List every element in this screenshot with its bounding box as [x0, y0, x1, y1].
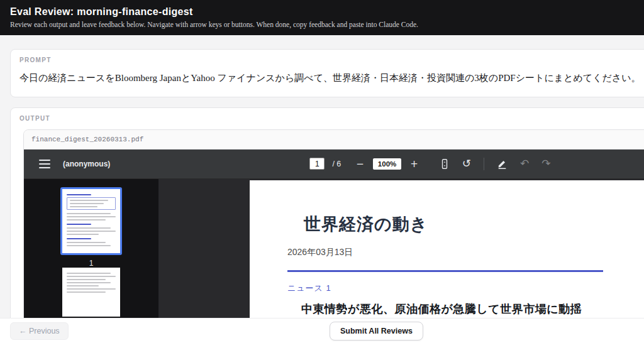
document-author: (anonymous)	[63, 160, 110, 168]
menu-icon[interactable]	[35, 157, 54, 171]
zoom-in-icon[interactable]: +	[406, 156, 422, 172]
pdf-toolbar: (anonymous) / 6 − 100% + ↺	[24, 150, 644, 178]
page-count: / 6	[332, 160, 341, 168]
undo-icon[interactable]: ↶	[516, 156, 533, 172]
prompt-card: PROMPT 今日の経済ニュースをBloomberg JapanとYahoo フ…	[10, 49, 644, 97]
submit-all-reviews-button[interactable]: Submit All Reviews	[330, 322, 423, 340]
zoom-level: 100%	[373, 158, 401, 170]
annotate-pen-icon[interactable]	[493, 156, 511, 172]
thumbnail-page-1[interactable]	[60, 187, 122, 255]
pdf-doc-title: 世界経済の動き	[304, 213, 644, 236]
pdf-viewer-body: 1	[24, 178, 644, 318]
page-subtitle: Review each output and leave feedback be…	[10, 21, 644, 28]
toolbar-divider	[484, 158, 484, 170]
app-header: Eval Review: morning-finance-digest Revi…	[0, 0, 644, 35]
prompt-label: PROMPT	[11, 50, 644, 63]
prompt-text: 今日の経済ニュースをBloomberg JapanとYahoo ファイナンスから…	[11, 63, 644, 97]
pdf-filename: finance_digest_20260313.pdf	[24, 130, 644, 150]
main-content: PROMPT 今日の経済ニュースをBloomberg JapanとYahoo フ…	[0, 35, 644, 318]
rotate-icon[interactable]: ↺	[458, 156, 475, 172]
pdf-doc-date: 2026年03月13日	[287, 247, 644, 258]
thumbnail-panel: 1	[24, 179, 158, 318]
pdf-page-area: 世界経済の動き 2026年03月13日 ニュース 1 中東情勢が悪化、原油価格が…	[158, 179, 644, 318]
output-label: OUTPUT	[11, 108, 644, 122]
thumbnail-page-2[interactable]	[62, 268, 120, 317]
pdf-section-label: ニュース 1	[287, 283, 644, 294]
page-title: Eval Review: morning-finance-digest	[10, 6, 644, 18]
redo-icon[interactable]: ↷	[538, 156, 554, 172]
thumbnail-1-label: 1	[89, 259, 94, 268]
page-number-input[interactable]	[309, 158, 325, 170]
previous-button[interactable]: ← Previous	[10, 322, 69, 340]
pdf-divider-rule	[287, 270, 603, 272]
pdf-page: 世界経済の動き 2026年03月13日 ニュース 1 中東情勢が悪化、原油価格が…	[250, 180, 644, 318]
zoom-out-icon[interactable]: −	[352, 156, 368, 172]
pdf-news-headline: 中東情勢が悪化、原油価格が急騰して世界市場に動揺	[301, 302, 644, 317]
review-footer: ← Previous Submit All Reviews	[0, 318, 644, 343]
pdf-viewer: (anonymous) / 6 − 100% + ↺	[24, 150, 644, 318]
fit-to-page-icon[interactable]	[436, 156, 453, 172]
pdf-file-card: finance_digest_20260313.pdf (anonymous) …	[23, 129, 644, 318]
output-card: OUTPUT finance_digest_20260313.pdf (anon…	[10, 107, 644, 318]
